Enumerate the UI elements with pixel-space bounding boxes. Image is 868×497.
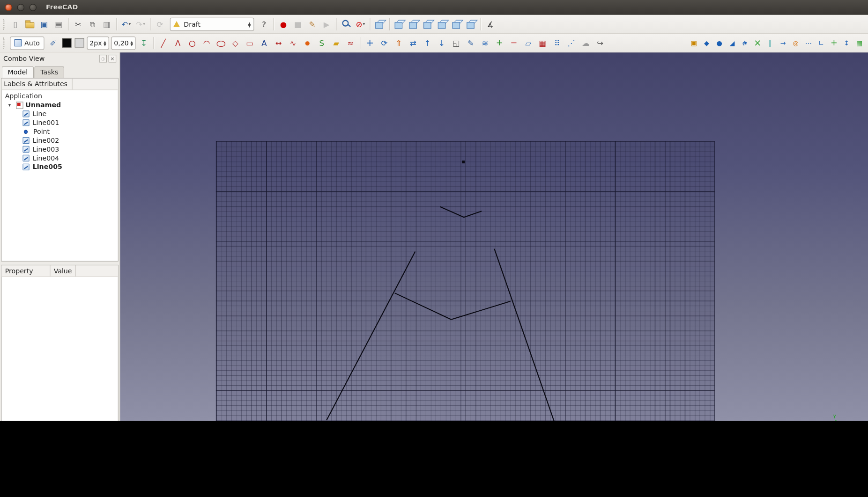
close-button[interactable]: [5, 4, 12, 11]
property-column[interactable]: Property: [2, 265, 51, 277]
snap-grid-icon[interactable]: #: [739, 36, 751, 49]
view-left-icon[interactable]: [464, 17, 477, 30]
sketch-line[interactable]: [395, 293, 452, 320]
snap-ortho-icon[interactable]: ∟: [816, 36, 827, 49]
draft-add-point-icon[interactable]: +: [493, 36, 506, 49]
dropdown-caret-icon[interactable]: ▾: [363, 22, 365, 27]
draw-style-button[interactable]: ⊘▾: [354, 17, 367, 30]
draft-delete-point-icon[interactable]: −: [507, 36, 520, 49]
toolbar-grip[interactable]: [3, 37, 6, 49]
cut-icon[interactable]: ✂: [71, 17, 84, 30]
draft-trimex-icon[interactable]: ⇄: [407, 36, 420, 49]
working-plane-button[interactable]: Auto: [10, 36, 44, 49]
draft-dimension-icon[interactable]: ↔: [272, 36, 285, 49]
sketch-line[interactable]: [451, 301, 510, 320]
new-document-icon[interactable]: ▯: [9, 17, 22, 30]
spinner-arrows-icon[interactable]: ▲▼: [130, 40, 133, 46]
zoom-fit-icon[interactable]: [339, 17, 352, 30]
draft-bezier-icon[interactable]: ≈: [344, 36, 357, 49]
maximize-button[interactable]: [30, 4, 37, 11]
sketch-line[interactable]: [440, 207, 464, 217]
apply-style-icon[interactable]: ↧: [137, 36, 150, 49]
redo-button[interactable]: ↷▾: [134, 17, 147, 30]
dropdown-caret-icon[interactable]: ▾: [129, 22, 131, 27]
view-front-icon[interactable]: [393, 17, 406, 30]
draft-ellipse-icon[interactable]: ○: [215, 36, 228, 49]
snap-dimensions-icon[interactable]: ↕: [841, 36, 853, 49]
spinner-arrows-icon[interactable]: ▲▼: [104, 40, 106, 46]
view-rear-icon[interactable]: [436, 17, 449, 30]
draft-bspline-icon[interactable]: ∿: [286, 36, 299, 49]
draft-line-icon[interactable]: ╱: [157, 36, 170, 49]
draft-clone-icon[interactable]: ☁: [579, 36, 592, 49]
whats-this-icon[interactable]: ?: [258, 17, 271, 30]
construction-mode-icon[interactable]: ✐: [46, 36, 59, 49]
snap-lock-icon[interactable]: ▣: [688, 36, 700, 49]
tree-item-unnamed[interactable]: ▾ Unnamed: [2, 101, 118, 110]
draft-point-icon[interactable]: ●: [301, 36, 314, 49]
sketch-line[interactable]: [494, 249, 555, 421]
draft-to-sketch-icon[interactable]: ▦: [536, 36, 549, 49]
draft-edit-icon[interactable]: ✎: [464, 36, 477, 49]
draft-mirror-icon[interactable]: ↪: [594, 36, 607, 49]
macro-play-icon[interactable]: ▶: [320, 17, 333, 30]
tree-item-line004[interactable]: Line004: [2, 153, 118, 162]
draft-upgrade-icon[interactable]: ↑: [421, 36, 434, 49]
draft-path-array-icon[interactable]: ⋰: [565, 36, 578, 49]
tree-item-line[interactable]: Line: [2, 110, 118, 118]
sketch-point[interactable]: [462, 161, 465, 163]
sketch-line[interactable]: [464, 211, 482, 217]
macro-edit-icon[interactable]: ✎: [305, 17, 319, 30]
face-color-swatch[interactable]: [74, 38, 84, 48]
draft-scale-icon[interactable]: ◱: [450, 36, 463, 49]
tree-item-application[interactable]: Application: [2, 92, 118, 101]
print-icon[interactable]: ▤: [52, 17, 65, 30]
tab-model[interactable]: Model: [2, 66, 34, 78]
tree-item-line003[interactable]: Line003: [2, 145, 118, 154]
draft-wire-to-bspline-icon[interactable]: ≋: [478, 36, 491, 49]
snap-parallel-icon[interactable]: ∥: [764, 36, 776, 49]
measure-distance-icon[interactable]: ∡: [484, 17, 497, 30]
draft-array-icon[interactable]: ⠿: [550, 36, 564, 49]
snap-extension-icon[interactable]: →: [777, 36, 789, 49]
snap-midpoint-icon[interactable]: ●: [713, 36, 725, 49]
tree-item-point[interactable]: Point: [2, 127, 118, 136]
draft-facebinder-icon[interactable]: ▰: [329, 36, 342, 49]
expander-icon[interactable]: ▾: [8, 102, 14, 108]
draft-polyline-icon[interactable]: Λ: [171, 36, 184, 49]
undock-panel-button[interactable]: ▫: [99, 55, 107, 63]
sketch-line[interactable]: [326, 251, 415, 420]
draft-move-icon[interactable]: +: [363, 36, 376, 49]
snap-working-plane-icon[interactable]: ▦: [853, 36, 865, 49]
snap-angle-icon[interactable]: ◢: [726, 36, 738, 49]
macro-record-icon[interactable]: ●: [277, 17, 290, 30]
minimize-button[interactable]: [17, 4, 24, 11]
workbench-selector[interactable]: Draft ▲▼: [170, 17, 254, 30]
toolbar-grip[interactable]: [3, 19, 6, 30]
refresh-icon[interactable]: ⟳: [153, 17, 166, 30]
draft-text-icon[interactable]: A: [258, 36, 271, 49]
value-column[interactable]: Value: [51, 265, 76, 277]
draft-offset-icon[interactable]: ⇑: [392, 36, 405, 49]
tree-item-line001[interactable]: Line001: [2, 118, 118, 127]
dropdown-caret-icon[interactable]: ▾: [143, 22, 145, 27]
panel-splitter[interactable]: [0, 262, 119, 265]
save-document-icon[interactable]: ▣: [37, 17, 51, 30]
draft-polygon-icon[interactable]: ◇: [229, 36, 242, 49]
open-document-icon[interactable]: [23, 17, 37, 30]
copy-icon[interactable]: ⧉: [86, 17, 99, 30]
undo-button[interactable]: ↶▾: [119, 17, 133, 30]
draft-downgrade-icon[interactable]: ↓: [435, 36, 448, 49]
text-scale-spinner[interactable]: 0,20 ▲▼: [111, 36, 135, 49]
draft-arc-icon[interactable]: ◠: [200, 36, 213, 49]
snap-center-icon[interactable]: ◎: [790, 36, 801, 49]
draft-shape2dview-icon[interactable]: ▱: [521, 36, 534, 49]
snap-special-icon[interactable]: +: [828, 36, 840, 49]
view-isometric-icon[interactable]: [373, 17, 386, 30]
draft-circle-icon[interactable]: ○: [185, 36, 199, 49]
draft-shapestring-icon[interactable]: S: [315, 36, 328, 49]
tree-item-line005[interactable]: Line005: [2, 162, 118, 171]
snap-near-icon[interactable]: ⋯: [803, 36, 815, 49]
tab-tasks[interactable]: Tasks: [34, 66, 64, 78]
paste-icon[interactable]: ▥: [100, 17, 113, 30]
